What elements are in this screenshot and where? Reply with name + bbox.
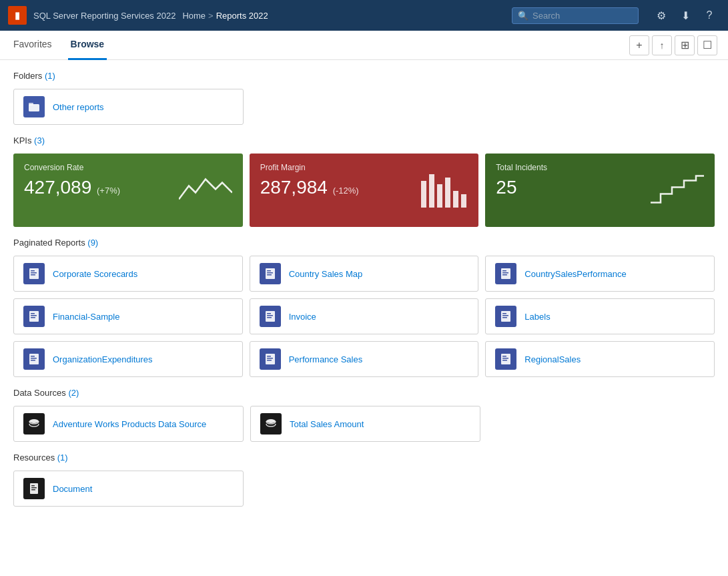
svg-rect-17 [502,270,506,272]
svg-rect-30 [502,315,508,316]
download-icon[interactable]: ⬇ [675,5,696,26]
svg-point-44 [29,419,39,423]
list-item[interactable]: CountrySalesPerformance [485,256,715,292]
report-label: Labels [524,312,550,322]
svg-rect-3 [429,174,434,208]
report-label: Financial-Sample [53,312,119,322]
svg-rect-40 [501,354,510,364]
kpis-header: KPIs (3) [13,135,715,146]
svg-rect-41 [502,356,506,357]
search-bar[interactable]: 🔍 [512,7,639,24]
svg-rect-24 [266,311,275,322]
report-label: RegionalSales [524,354,581,364]
list-item[interactable]: Total Sales Amount [250,406,480,442]
kpi-card-conversion[interactable]: Conversion Rate 427,089 (+7%) [13,154,243,227]
tab-browse[interactable]: Browse [68,31,107,60]
svg-rect-46 [30,483,38,494]
svg-rect-35 [31,360,35,361]
svg-rect-38 [267,358,273,359]
report-icon [495,263,516,284]
svg-rect-42 [502,358,508,359]
list-item[interactable]: OrganizationExpenditures [13,341,243,377]
datasource-label: Total Sales Amount [290,419,364,429]
report-icon [260,306,281,327]
list-item[interactable]: Adventure Works Products Data Source [13,406,244,442]
nav-actions: + ↑ ⊞ ☐ [629,35,717,55]
tile-view-button[interactable]: ⊞ [675,35,695,55]
settings-icon[interactable]: ⚙ [651,5,672,26]
upload-button[interactable]: ↑ [652,35,672,55]
svg-rect-31 [502,317,507,318]
svg-rect-21 [31,313,35,314]
app-title: SQL Server Reporting Services 2022 [33,11,175,21]
resource-icon [23,478,45,499]
svg-rect-4 [437,184,442,208]
list-item[interactable]: Financial-Sample [13,298,243,334]
svg-rect-34 [31,358,37,359]
svg-rect-10 [31,272,37,274]
folder-icon [23,96,45,117]
svg-point-45 [266,419,276,423]
report-label: Performance Sales [289,354,363,364]
report-icon [23,348,45,370]
report-icon [23,306,45,327]
svg-rect-19 [502,274,507,276]
svg-rect-29 [502,313,506,314]
datasource-icon [260,413,282,435]
new-button[interactable]: + [629,35,649,55]
svg-rect-15 [267,274,272,276]
kpi-chart-line [179,173,232,208]
list-item[interactable]: Document [13,471,244,507]
report-icon [260,263,281,284]
resources-header: Resources (1) [13,453,715,463]
detail-view-button[interactable]: ☐ [697,35,717,55]
tab-favorites[interactable]: Favorites [11,31,55,60]
svg-rect-13 [267,270,271,272]
svg-rect-47 [31,485,35,487]
breadcrumb-home[interactable]: Home [182,11,206,21]
resources-grid: Document [13,471,715,507]
report-label: Invoice [289,312,316,322]
list-item[interactable]: Performance Sales [250,341,479,377]
report-label: Corporate Scorecards [53,269,137,279]
svg-rect-33 [31,356,35,357]
kpi-card-profit[interactable]: Profit Margin 287,984 (-12%) [250,154,479,227]
folders-grid: Other reports [13,89,715,125]
breadcrumb-separator: > [208,11,214,21]
report-icon [495,306,516,327]
svg-rect-16 [501,268,510,279]
folder-label: Other reports [53,102,104,112]
svg-rect-22 [31,315,37,316]
help-icon[interactable]: ? [699,5,720,26]
report-label: CountrySalesPerformance [524,269,626,279]
list-item[interactable]: RegionalSales [485,341,715,377]
list-item[interactable]: Labels [485,298,715,334]
svg-rect-26 [267,315,273,316]
datasources-header: Data Sources (2) [13,388,715,398]
list-item[interactable]: Other reports [13,89,244,125]
svg-rect-5 [445,178,450,208]
app-logo: ▮ [8,6,27,25]
svg-rect-36 [266,354,275,364]
list-item[interactable]: Corporate Scorecards [13,256,243,292]
svg-rect-23 [31,317,35,318]
svg-rect-1 [29,103,33,105]
search-icon: 🔍 [518,11,528,21]
search-input[interactable] [532,11,633,21]
header-actions: ⚙ ⬇ ? [651,5,720,26]
svg-rect-25 [267,313,271,314]
svg-rect-20 [29,311,39,322]
list-item[interactable]: Country Sales Map [250,256,479,292]
svg-rect-11 [31,274,35,276]
kpi-chart-step [651,173,704,208]
folders-header: Folders (1) [13,71,715,81]
svg-rect-27 [267,317,272,318]
report-icon [260,348,281,370]
report-icon [23,263,45,284]
svg-rect-48 [31,487,37,489]
svg-rect-14 [267,272,273,274]
svg-rect-28 [501,311,510,322]
kpi-card-incidents[interactable]: Total Incidents 25 [485,154,715,227]
list-item[interactable]: Invoice [250,298,479,334]
kpi-title: Conversion Rate [24,163,232,172]
